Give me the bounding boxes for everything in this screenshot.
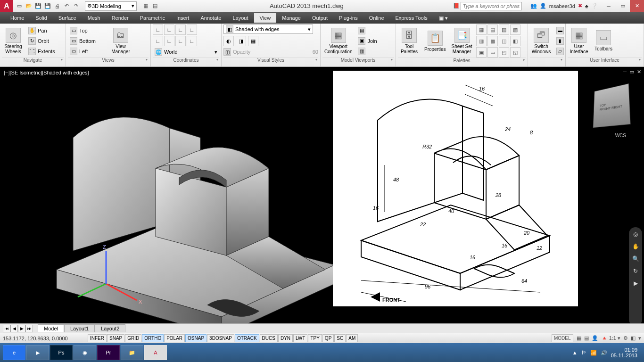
viewport-config-button[interactable]: ▦ Viewport Configuration	[322, 27, 354, 55]
taskbar-photoshop[interactable]: Ps	[50, 345, 73, 360]
taskbar-ie[interactable]: e	[3, 345, 25, 360]
status-toggle-grid[interactable]: GRID	[125, 334, 141, 342]
minimize-button[interactable]: ─	[602, 0, 616, 12]
menu-surface[interactable]: Surface	[53, 13, 82, 23]
pal-8[interactable]: ◧	[510, 36, 520, 46]
qat-undo-icon[interactable]: ↶	[62, 2, 71, 10]
win-tile-h[interactable]: ▬	[554, 26, 566, 35]
menu-manage[interactable]: Manage	[276, 13, 306, 23]
workspace-picker[interactable]: ⚙ 3D Modeling ▾	[85, 1, 137, 11]
coords-panel-label[interactable]: Coordinates	[153, 57, 219, 66]
menu-output[interactable]: Output	[306, 13, 333, 23]
vp-join-button[interactable]: ▣Join	[356, 36, 379, 46]
ucs-icon-8[interactable]: ∟	[187, 36, 197, 46]
win-tile-v[interactable]: ▮	[554, 36, 566, 46]
qat-plot-icon[interactable]: 🖨	[53, 2, 61, 10]
status-layout-icon[interactable]: ▤	[584, 335, 589, 341]
taskbar-autocad[interactable]: A	[144, 345, 167, 360]
menu-solid[interactable]: Solid	[30, 13, 52, 23]
ucs-icon-1[interactable]: ∟	[153, 25, 163, 35]
windows-panel-label[interactable]	[530, 57, 563, 66]
status-toggle-3dosnap[interactable]: 3DOSNAP	[207, 334, 234, 342]
vs-grid-3[interactable]: ▦	[248, 36, 258, 46]
tray-network-icon[interactable]: 📶	[590, 350, 597, 356]
vs-grid-2[interactable]: ◨	[236, 36, 246, 46]
win-cascade[interactable]: ▱	[554, 47, 566, 56]
ui-panel-label[interactable]: User Interface	[568, 57, 642, 66]
ucs-icon-7[interactable]: ∟	[175, 36, 186, 46]
qat-extra1-icon[interactable]: ▦	[141, 2, 150, 10]
status-iso-icon[interactable]: ◧	[631, 335, 636, 341]
status-toggle-otrack[interactable]: OTRACK	[235, 334, 259, 342]
exchange-icon[interactable]: ✖	[578, 3, 582, 9]
qat-new-icon[interactable]: ▭	[15, 2, 24, 10]
visual-panel-label[interactable]: Visual Styles	[223, 57, 318, 66]
layout-tab-model[interactable]: Model	[38, 324, 64, 332]
pal-4[interactable]: ▨	[510, 25, 520, 35]
view-bottom-button[interactable]: ▭Bottom	[68, 36, 107, 46]
pan-button[interactable]: ✋Pan	[26, 26, 57, 35]
status-customize-icon[interactable]: ▾	[638, 335, 641, 341]
qat-open-icon[interactable]: 📂	[25, 2, 33, 10]
pal-11[interactable]: ◰	[499, 47, 509, 58]
qat-redo-icon[interactable]: ↷	[72, 2, 80, 10]
layout-tab-layout2[interactable]: Layout2	[95, 324, 125, 332]
user-interface-button[interactable]: ▦User Interface	[568, 27, 590, 55]
infocenter-icon[interactable]: 📕	[452, 2, 461, 10]
coordinate-display[interactable]: 153.1172, 120.8633, 0.0000	[3, 336, 88, 341]
status-toggle-qp[interactable]: QP	[322, 334, 334, 342]
vp-close-icon[interactable]: ✕	[637, 69, 641, 75]
pal-6[interactable]: ▩	[487, 36, 498, 46]
menu-annotate[interactable]: Annotate	[195, 13, 227, 23]
qat-save-icon[interactable]: 💾	[34, 2, 42, 10]
properties-button[interactable]: 📋Properties	[422, 30, 448, 53]
view-manager-button[interactable]: 🗂 View Manager	[109, 27, 132, 55]
status-toggle-lwt[interactable]: LWT	[293, 334, 307, 342]
navbar-pan-icon[interactable]: ✋	[631, 243, 640, 252]
sheet-set-button[interactable]: 📑Sheet Set Manager	[450, 27, 474, 55]
views-panel-label[interactable]: Views	[68, 57, 149, 66]
restore-button[interactable]: ▭	[616, 0, 630, 12]
pal-9[interactable]: ▣	[476, 47, 487, 58]
vs-grid-1[interactable]: ◐	[223, 36, 234, 46]
help-icon[interactable]: ❔	[591, 3, 598, 9]
qat-saveas-icon[interactable]: 💾	[43, 2, 52, 10]
menu-view[interactable]: View	[254, 13, 277, 23]
tray-volume-icon[interactable]: 🔊	[601, 350, 607, 356]
visual-style-picker[interactable]: ◧ Shaded with edges ▾	[223, 25, 313, 34]
pal-5[interactable]: ▥	[476, 36, 487, 46]
ucs-icon-4[interactable]: ∟	[187, 25, 197, 35]
menu-express-tools[interactable]: Express Tools	[390, 13, 433, 23]
navbar-zoom-icon[interactable]: 🔍	[631, 255, 640, 264]
ucs-icon-2[interactable]: ∟	[164, 25, 174, 35]
stayconnected-icon[interactable]: ♣	[585, 3, 588, 9]
taskbar-chrome[interactable]: ◉	[74, 345, 96, 360]
toolbars-button[interactable]: ▭Toolbars	[592, 29, 615, 52]
switch-windows-button[interactable]: 🗗Switch Windows	[530, 27, 553, 55]
status-grid-icon[interactable]: ▦	[577, 335, 581, 341]
palettes-panel-label[interactable]: Palettes	[398, 58, 526, 66]
search-input[interactable]	[461, 2, 522, 10]
extents-button[interactable]: ⛶Extents	[26, 47, 57, 56]
menu-plug-ins[interactable]: Plug-ins	[333, 13, 363, 23]
navbar-fullnav-icon[interactable]: ◎	[631, 231, 640, 239]
wcs-label[interactable]: WCS	[615, 133, 626, 138]
vp-named-button[interactable]: ▤	[356, 26, 379, 35]
signin-icon[interactable]: 👥	[530, 3, 537, 9]
navigate-panel-label[interactable]: Navigate	[2, 57, 64, 66]
pal-2[interactable]: ▤	[487, 25, 498, 35]
viewcube[interactable]: TOPFRONT RIGHT	[593, 83, 631, 128]
viewport-label[interactable]: [−][SE Isometric][Shaded with edges]	[4, 70, 89, 75]
orbit-button[interactable]: ↻Orbit	[26, 36, 57, 46]
menu-extra[interactable]: ▣ ▾	[433, 13, 454, 23]
navigation-bar[interactable]: ◎ ✋ 🔍 ↻ ▶	[629, 227, 642, 323]
menu-render[interactable]: Render	[106, 13, 134, 23]
menu-home[interactable]: Home	[5, 13, 30, 23]
menu-mesh[interactable]: Mesh	[82, 13, 106, 23]
status-tools-icon[interactable]: ⚙	[623, 335, 628, 341]
opacity-icon[interactable]: ◫	[223, 48, 231, 56]
viewports-panel-label[interactable]: Model Viewports	[322, 57, 394, 66]
status-toggle-am[interactable]: AM	[346, 334, 358, 342]
status-toggle-sc[interactable]: SC	[334, 334, 346, 342]
status-toggle-polar[interactable]: POLAR	[164, 334, 185, 342]
